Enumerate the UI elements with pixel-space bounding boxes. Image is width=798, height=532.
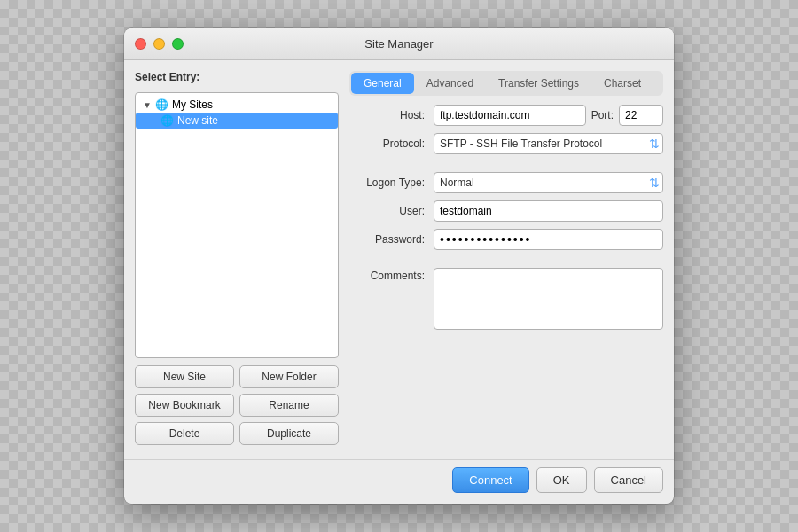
form-area: Host: Port: Protocol: SFTP - SSH File Tr… — [349, 105, 663, 337]
site-icon: 🌐 — [160, 114, 174, 127]
right-panel: General Advanced Transfer Settings Chars… — [349, 71, 663, 445]
close-button[interactable] — [135, 38, 146, 50]
cancel-button[interactable]: Cancel — [594, 467, 663, 493]
logon-type-label: Logon Type: — [349, 176, 434, 189]
spacer1 — [349, 161, 663, 172]
traffic-lights — [135, 38, 184, 50]
delete-button[interactable]: Delete — [135, 422, 234, 445]
titlebar: Site Manager — [124, 28, 674, 60]
tab-charset[interactable]: Charset — [591, 73, 653, 94]
protocol-label: Protocol: — [349, 137, 434, 150]
port-input[interactable] — [619, 105, 663, 126]
password-input[interactable] — [434, 229, 663, 250]
logon-type-row: Logon Type: Normal Anonymous Ask for pas… — [349, 172, 663, 193]
duplicate-button[interactable]: Duplicate — [239, 422, 339, 445]
user-input[interactable] — [434, 200, 663, 222]
user-label: User: — [349, 205, 434, 217]
tab-general[interactable]: General — [351, 73, 414, 94]
tree-root-item[interactable]: ▼ 🌐 My Sites — [136, 97, 338, 113]
protocol-select-wrapper: SFTP - SSH File Transfer Protocol FTP - … — [434, 133, 663, 154]
host-label: Host: — [349, 109, 434, 121]
port-label: Port: — [591, 109, 614, 121]
new-folder-button[interactable]: New Folder — [239, 365, 339, 388]
new-site-button[interactable]: New Site — [135, 365, 234, 388]
logon-type-select-wrapper: Normal Anonymous Ask for password Intera… — [434, 172, 663, 193]
tree-root-label: My Sites — [172, 98, 213, 111]
tree-child-item[interactable]: 🌐 New site — [136, 113, 338, 129]
folder-icon: 🌐 — [155, 98, 168, 111]
password-row: Password: — [349, 229, 663, 250]
bottom-bar: Connect OK Cancel — [124, 459, 674, 504]
minimize-button[interactable] — [153, 38, 165, 50]
left-panel: Select Entry: ▼ 🌐 My Sites 🌐 New site Ne… — [135, 71, 339, 445]
comments-textarea[interactable] — [434, 268, 663, 330]
user-row: User: — [349, 200, 663, 222]
maximize-button[interactable] — [172, 38, 184, 50]
tree-expand-arrow: ▼ — [143, 100, 152, 110]
connect-button[interactable]: Connect — [452, 467, 528, 493]
site-manager-window: Site Manager Select Entry: ▼ 🌐 My Sites … — [124, 28, 674, 504]
comments-section: Comments: — [349, 268, 663, 337]
host-input[interactable] — [434, 105, 586, 126]
tree-container: ▼ 🌐 My Sites 🌐 New site — [135, 92, 339, 358]
tab-advanced[interactable]: Advanced — [414, 73, 486, 94]
protocol-row: Protocol: SFTP - SSH File Transfer Proto… — [349, 133, 663, 154]
host-port-group: Port: — [434, 105, 663, 126]
password-label: Password: — [349, 233, 434, 246]
left-button-grid: New Site New Folder New Bookmark Rename … — [135, 365, 339, 445]
tab-transfer-settings[interactable]: Transfer Settings — [486, 73, 591, 94]
comments-label: Comments: — [349, 268, 434, 282]
tab-bar: General Advanced Transfer Settings Chars… — [349, 71, 663, 96]
tree-child-label: New site — [177, 114, 218, 127]
comments-row: Comments: — [349, 268, 663, 330]
protocol-select[interactable]: SFTP - SSH File Transfer Protocol FTP - … — [434, 133, 663, 154]
select-entry-label: Select Entry: — [135, 71, 339, 83]
new-bookmark-button[interactable]: New Bookmark — [135, 394, 234, 417]
main-content: Select Entry: ▼ 🌐 My Sites 🌐 New site Ne… — [124, 60, 674, 456]
ok-button[interactable]: OK — [536, 467, 587, 493]
rename-button[interactable]: Rename — [239, 394, 339, 417]
host-row: Host: Port: — [349, 105, 663, 126]
logon-type-select[interactable]: Normal Anonymous Ask for password Intera… — [434, 172, 663, 193]
spacer2 — [349, 257, 663, 268]
window-title: Site Manager — [364, 37, 433, 51]
